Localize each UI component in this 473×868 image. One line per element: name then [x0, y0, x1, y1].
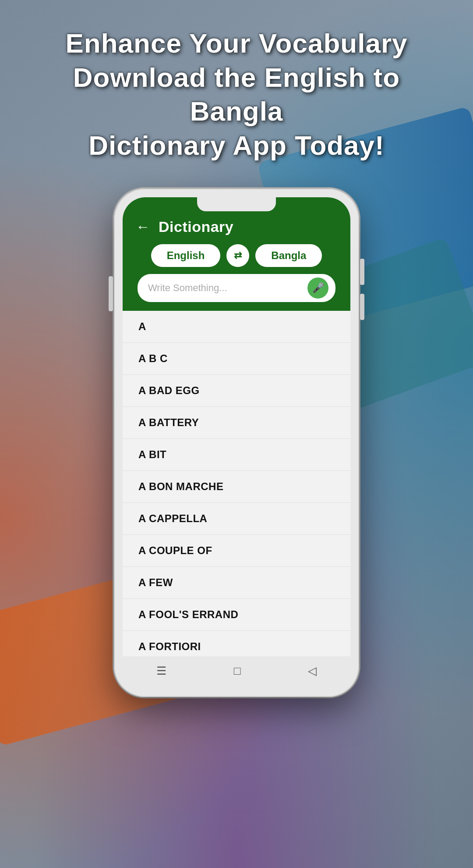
list-item[interactable]: A FEW	[123, 567, 350, 599]
power-button	[109, 276, 113, 311]
menu-nav-icon[interactable]: ☰	[156, 664, 166, 678]
list-item[interactable]: A B C	[123, 343, 350, 375]
swap-language-button[interactable]: ⇄	[226, 244, 249, 267]
phone-mockup: ← Dictionary English ⇄ Bangla Write Some…	[0, 189, 473, 697]
back-nav-icon[interactable]: ◁	[308, 664, 317, 678]
app-header-row: ← Dictionary	[136, 218, 337, 235]
list-item[interactable]: A FOOL'S ERRAND	[123, 599, 350, 631]
back-arrow-icon[interactable]: ←	[136, 219, 150, 235]
language-switcher-row: English ⇄ Bangla	[136, 244, 337, 267]
promo-header: Enhance Your VocabularyDownload the Engl…	[0, 0, 473, 180]
list-item[interactable]: A COUPLE OF	[123, 535, 350, 567]
mic-button[interactable]: 🎤	[307, 277, 328, 299]
list-item[interactable]: A	[123, 311, 350, 343]
list-item[interactable]: A BATTERY	[123, 407, 350, 439]
app-content: ← Dictionary English ⇄ Bangla Write Some…	[123, 197, 350, 688]
phone-outer: ← Dictionary English ⇄ Bangla Write Some…	[114, 189, 359, 697]
bottom-navigation: ☰ □ ◁	[123, 656, 350, 688]
search-placeholder: Write Something...	[148, 282, 307, 294]
word-list: AA B CA BAD EGGA BATTERYA BITA BON MARCH…	[123, 311, 350, 688]
mic-icon: 🎤	[312, 282, 324, 294]
app-header: ← Dictionary English ⇄ Bangla Write Some…	[123, 197, 350, 311]
phone-notch	[197, 197, 276, 211]
english-lang-button[interactable]: English	[151, 244, 221, 267]
list-item[interactable]: A CAPPELLA	[123, 503, 350, 535]
list-item[interactable]: A BAD EGG	[123, 375, 350, 407]
app-title: Dictionary	[159, 218, 233, 235]
bangla-lang-button[interactable]: Bangla	[255, 244, 322, 267]
search-bar[interactable]: Write Something... 🎤	[138, 274, 335, 302]
phone-screen: ← Dictionary English ⇄ Bangla Write Some…	[123, 197, 350, 688]
vol-down-button	[360, 294, 364, 320]
vol-up-button	[360, 259, 364, 285]
list-item[interactable]: A BON MARCHE	[123, 471, 350, 503]
home-nav-icon[interactable]: □	[234, 664, 241, 678]
list-item[interactable]: A BIT	[123, 439, 350, 471]
